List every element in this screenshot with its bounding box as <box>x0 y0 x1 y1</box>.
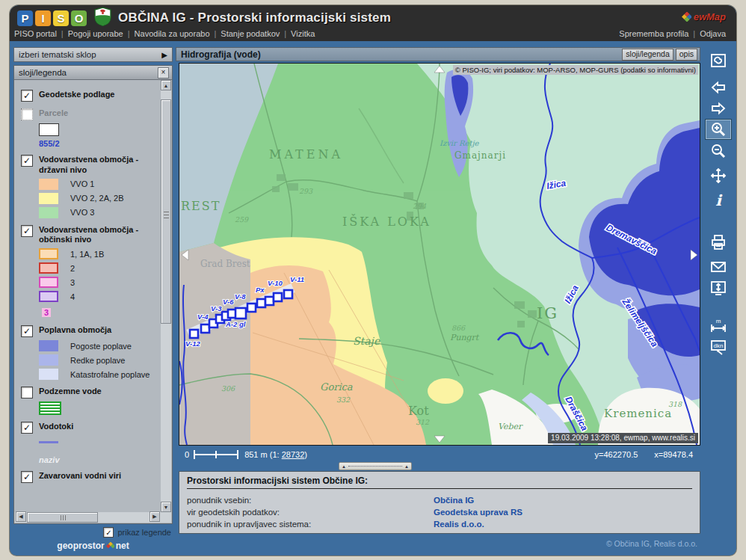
tool-pan-button[interactable] <box>706 166 731 185</box>
water-source-marker[interactable] <box>257 299 265 307</box>
legend-sample-text: 855/2 <box>39 139 161 148</box>
legend-swatch <box>39 262 58 274</box>
scale-bar[interactable] <box>194 450 238 459</box>
info-row-value[interactable]: Realis d.o.o. <box>434 518 484 530</box>
info-rows: ponudnik vsebin:Občina IGvir geodetskih … <box>187 494 692 530</box>
legend-swatch <box>39 441 58 443</box>
layer-label: Geodetske podlage <box>39 90 158 100</box>
tool-info-button[interactable]: i <box>706 191 731 210</box>
legend-item-label: 2 <box>70 264 75 273</box>
legend-sample-text: 3 <box>42 308 51 317</box>
menu-item[interactable]: Sprememba profila <box>619 29 688 38</box>
coordinate-y: y=462270.5 <box>595 450 638 459</box>
layer-checkbox[interactable] <box>21 108 33 120</box>
tool-forward-button[interactable] <box>706 99 731 118</box>
scale-value-link[interactable]: 28732 <box>282 450 305 459</box>
show-legend-checkbox[interactable]: ✓ <box>103 527 114 538</box>
tool-fit-vertical-button[interactable] <box>706 278 731 298</box>
logo-row: P I S O OBČINA IG - Prostorski informaci… <box>17 8 391 28</box>
measure-icon: m <box>709 318 727 336</box>
menu-item[interactable]: Odjava <box>700 29 726 38</box>
info-row-value[interactable]: Občina IG <box>434 494 474 506</box>
map-label: Izvir Retje <box>440 139 480 148</box>
tool-print-button[interactable] <box>706 233 731 252</box>
app-window: P I S O OBČINA IG - Prostorski informaci… <box>10 5 736 556</box>
scroll-up-icon[interactable]: ▲ <box>161 80 171 90</box>
scale-zero-label: 0 <box>185 450 189 459</box>
svg-text:m: m <box>716 318 721 324</box>
scroll-right-icon[interactable]: ▶ <box>149 511 160 522</box>
map-status-bar: 0 851 m (1: 28732) y=462270.5 x=89478.4 <box>179 448 700 461</box>
menu-item[interactable]: Stanje podatkov <box>221 29 280 38</box>
piso-logo-tile-p: P <box>17 10 33 26</box>
mail-icon <box>709 258 727 276</box>
menu-item[interactable]: PISO portal <box>14 29 57 38</box>
pan-icon <box>709 167 727 185</box>
geoprostor-diamond-icon <box>106 542 114 550</box>
description-button[interactable]: opis <box>676 49 697 61</box>
splitter-arrow-icon: ▲ <box>342 464 346 469</box>
ewmap-diamond-icon <box>682 12 691 22</box>
municipality-coat-of-arms-icon <box>94 7 111 29</box>
layer-checkbox[interactable]: ✓ <box>21 325 33 337</box>
map-panel-header: Hidrografija (vode) sloji/legenda opis <box>176 47 700 61</box>
legend-swatch <box>39 369 58 380</box>
layer-checkbox[interactable]: ✓ <box>21 225 33 237</box>
info-row-label: vir geodetskih podatkov: <box>187 506 434 518</box>
piso-logo-tile-s: S <box>53 10 69 26</box>
vertical-scroll-thumb[interactable] <box>161 99 171 324</box>
scroll-left-icon[interactable]: ◀ <box>16 511 26 522</box>
menu-item[interactable]: Pogoji uporabe <box>68 29 123 38</box>
map-label: 306 <box>221 384 235 393</box>
tool-back-button[interactable] <box>706 78 731 97</box>
theme-selector-bar[interactable]: izberi tematski sklop ▶ <box>13 47 173 62</box>
ewmap-brand-text: ewMap <box>694 11 726 22</box>
ewmap-logo: ewMap <box>682 11 726 22</box>
legend-horizontal-scrollbar[interactable]: ◀ ▶ <box>15 512 161 523</box>
layer-checkbox[interactable]: ✓ <box>21 155 33 167</box>
tool-zoom-in-button[interactable] <box>706 120 731 139</box>
layer-checkbox[interactable]: ✓ <box>21 471 33 483</box>
geoprostor-logo[interactable]: geoprostor net <box>13 541 173 551</box>
system-info-panel: Prostorski informacijski sistem Občine I… <box>179 471 700 534</box>
map-label: Veber <box>498 422 523 431</box>
legend-item-label: Redke poplave <box>70 356 125 365</box>
info-row-value[interactable]: Geodetska uprava RS <box>434 506 522 518</box>
menu-item[interactable]: Navodila za uporabo <box>135 29 210 38</box>
close-icon[interactable]: × <box>158 67 169 79</box>
map-label: IG <box>537 304 558 322</box>
map-viewport[interactable]: MATENAIŠKA LOKAGmajnarjiIzvir RetjeRESTG… <box>179 63 700 446</box>
map-label: V-6 <box>223 298 234 306</box>
horizontal-scroll-thumb[interactable] <box>27 512 98 523</box>
water-source-marker[interactable] <box>284 290 292 298</box>
water-source-marker[interactable] <box>235 308 246 319</box>
tool-mail-button[interactable] <box>706 257 731 277</box>
geoprostor-brand-part1: geoprostor <box>57 541 104 551</box>
map-label: Grad Brest <box>200 259 250 269</box>
water-source-marker[interactable] <box>201 324 209 333</box>
legend-group: ✓Vodovarstvena območja - državni nivo <box>21 155 161 176</box>
tool-measure-button[interactable]: m <box>706 317 731 336</box>
tool-zoom-out-button[interactable] <box>706 141 731 161</box>
map-label: Pungrt <box>450 333 480 342</box>
menu-item[interactable]: Vizitka <box>291 29 315 38</box>
water-source-marker[interactable] <box>265 297 274 305</box>
legend-item: 3 <box>39 277 161 288</box>
water-source-marker[interactable] <box>190 330 198 338</box>
tool-dkn-select-button[interactable]: dkn <box>706 338 731 357</box>
legend-swatch <box>39 291 58 302</box>
layer-checkbox[interactable] <box>21 387 33 399</box>
layers-legend-button[interactable]: sloji/legenda <box>622 49 673 61</box>
tool-overview-extent-button[interactable] <box>706 51 731 70</box>
water-source-marker[interactable] <box>274 293 282 301</box>
scale-label: 851 m (1: <box>244 450 282 459</box>
layer-checkbox[interactable]: ✓ <box>21 422 33 434</box>
panel-splitter-handle[interactable]: ▲ ▲ <box>339 462 412 470</box>
layer-checkbox[interactable]: ✓ <box>21 90 33 102</box>
water-source-marker[interactable] <box>247 304 256 312</box>
legend-item <box>39 401 161 415</box>
legend-vertical-scrollbar[interactable]: ▲ ▼ <box>161 80 171 512</box>
layers-legend-panel: sloji/legenda × ✓Geodetske podlageParcel… <box>13 65 173 524</box>
info-row: ponudnik in upravljavec sistema:Realis d… <box>187 518 692 530</box>
scroll-down-icon[interactable]: ▼ <box>161 502 171 512</box>
